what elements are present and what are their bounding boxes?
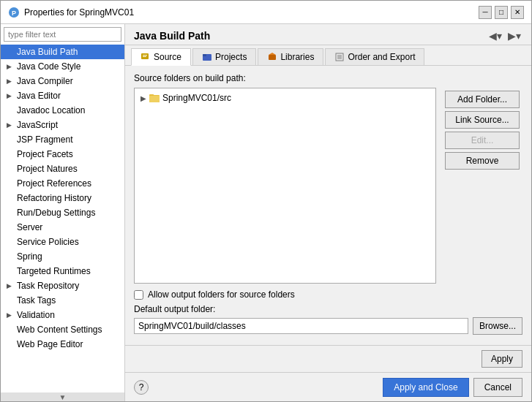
help-button[interactable]: ? (134, 380, 149, 395)
sidebar-item-refactoring-history[interactable]: Refactoring History (1, 191, 124, 205)
tab-order-label: Order and Export (348, 52, 415, 62)
sidebar-item-web-page-editor[interactable]: Web Page Editor (1, 337, 124, 352)
sidebar-item-label: Refactoring History (17, 193, 91, 203)
bottom-right: Apply and Close Cancel (383, 378, 522, 397)
sidebar-item-validation[interactable]: ▶ Validation (1, 308, 124, 322)
sidebar-item-run-debug-settings[interactable]: Run/Debug Settings (1, 205, 124, 220)
arrow-icon: ▶ (7, 63, 14, 70)
sidebar-item-label: Project Facets (17, 149, 73, 159)
sidebar-item-label: Web Content Settings (17, 325, 102, 335)
source-tab-icon (141, 52, 151, 62)
browse-button[interactable]: Browse... (473, 317, 522, 335)
sidebar-item-label: Java Build Path (17, 47, 78, 57)
sidebar-item-label: Run/Debug Settings (17, 208, 95, 218)
sidebar-item-label: Javadoc Location (17, 105, 85, 115)
sidebar-item-java-editor[interactable]: ▶ Java Editor (1, 88, 124, 103)
allow-output-folders-label: Allow output folders for source folders (148, 289, 295, 300)
sidebar-item-java-compiler[interactable]: ▶ Java Compiler (1, 74, 124, 88)
back-button[interactable]: ◀▾ (487, 30, 503, 42)
sidebar-item-label: JavaScript (17, 120, 58, 130)
sidebar-item-task-tags[interactable]: Task Tags (1, 293, 124, 308)
allow-output-folders-checkbox[interactable] (134, 290, 143, 300)
sidebar-item-label: Task Repository (17, 281, 79, 291)
tabs-bar: Source Projects (125, 45, 531, 66)
sidebar-item-project-facets[interactable]: Project Facets (1, 147, 124, 162)
bottom-left: ? (134, 380, 149, 395)
apply-button[interactable]: Apply (482, 350, 522, 368)
arrow-icon: ▶ (7, 121, 14, 129)
properties-window: P Properties for SpringMVC01 ─ □ ✕ Java … (0, 0, 532, 402)
minimize-button[interactable]: ─ (479, 6, 492, 19)
arrow-icon: ▶ (7, 92, 14, 99)
output-folders-checkbox-row: Allow output folders for source folders (134, 289, 522, 300)
sidebar-item-javascript[interactable]: ▶ JavaScript (1, 118, 124, 132)
svg-rect-6 (203, 54, 206, 56)
sidebar-item-label: Java Editor (17, 91, 61, 101)
sidebar-item-label: Web Page Editor (17, 339, 83, 349)
sidebar-item-task-repository[interactable]: ▶ Task Repository (1, 278, 124, 293)
forward-button[interactable]: ▶▾ (506, 30, 522, 42)
content-area: Source folders on build path: ▶ (125, 66, 531, 345)
filter-input[interactable] (4, 27, 121, 42)
sidebar-item-jsp-fragment[interactable]: JSP Fragment (1, 132, 124, 147)
add-folder-button[interactable]: Add Folder... (445, 91, 520, 108)
sidebar-item-java-build-path[interactable]: Java Build Path (1, 45, 124, 59)
folder-icon (149, 93, 160, 103)
maximize-button[interactable]: □ (495, 6, 508, 19)
arrow-icon: ▶ (7, 311, 14, 319)
apply-close-button[interactable]: Apply and Close (383, 378, 468, 397)
bottom-section: Allow output folders for source folders … (134, 284, 522, 338)
tab-projects-label: Projects (215, 52, 247, 62)
svg-rect-4 (143, 56, 146, 57)
window-controls: ─ □ ✕ (479, 6, 524, 19)
sidebar-item-project-natures[interactable]: Project Natures (1, 162, 124, 176)
remove-button[interactable]: Remove (445, 152, 520, 170)
tree-expand-arrow: ▶ (141, 94, 146, 102)
sidebar-item-label: Java Code Style (17, 61, 80, 72)
sidebar-item-project-references[interactable]: Project References (1, 176, 124, 191)
sidebar-item-web-content-settings[interactable]: Web Content Settings (1, 322, 124, 337)
sidebar-item-spring[interactable]: Spring (1, 249, 124, 264)
source-folders-label: Source folders on build path: (134, 73, 522, 83)
link-source-button[interactable]: Link Source... (445, 111, 520, 129)
output-folder-input[interactable] (134, 318, 468, 334)
svg-rect-3 (143, 55, 147, 56)
sidebar-item-label: Spring (17, 251, 42, 262)
tab-libraries-label: Libraries (280, 52, 314, 62)
sidebar-item-label: Task Tags (17, 295, 56, 306)
tab-projects[interactable]: Projects (192, 48, 256, 65)
source-tree: ▶ SpringMVC01/src (135, 88, 435, 283)
libraries-tab-icon (267, 52, 277, 62)
sidebar-item-java-code-style[interactable]: ▶ Java Code Style (1, 59, 124, 74)
main-content: Java Build Path ▶ Java Code Style ▶ Java… (1, 24, 531, 401)
source-tree-area: ▶ SpringMVC01/src (134, 88, 522, 284)
panel-header: Java Build Path ◀▾ ▶▾ (125, 24, 531, 45)
close-button[interactable]: ✕ (511, 6, 524, 19)
sidebar-item-label: Server (17, 222, 42, 232)
tab-libraries[interactable]: Libraries (258, 48, 323, 65)
sidebar-item-service-policies[interactable]: Service Policies (1, 235, 124, 249)
nav-arrows: ◀▾ ▶▾ (487, 30, 522, 42)
tab-order-export[interactable]: Order and Export (325, 48, 424, 65)
bottom-bar: ? Apply and Close Cancel (125, 372, 531, 401)
source-tree-container: ▶ SpringMVC01/src (134, 88, 436, 284)
tab-source-label: Source (154, 52, 181, 62)
sidebar-item-server[interactable]: Server (1, 220, 124, 235)
tab-source[interactable]: Source (131, 48, 191, 66)
sidebar-item-targeted-runtimes[interactable]: Targeted Runtimes (1, 264, 124, 278)
tree-item-springmvc01-src[interactable]: ▶ SpringMVC01/src (138, 91, 432, 105)
output-folder-label: Default output folder: (134, 304, 215, 314)
scroll-indicator: ▼ (1, 392, 124, 401)
edit-button[interactable]: Edit... (445, 132, 520, 149)
order-tab-icon (334, 52, 345, 62)
cancel-button[interactable]: Cancel (473, 378, 522, 397)
window-title: Properties for SpringMVC01 (24, 7, 134, 18)
sidebar-item-label: Project Natures (17, 164, 78, 174)
svg-text:P: P (12, 10, 16, 17)
sidebar: Java Build Path ▶ Java Code Style ▶ Java… (1, 24, 125, 401)
sidebar-item-javadoc-location[interactable]: Javadoc Location (1, 103, 124, 118)
svg-rect-7 (269, 55, 276, 60)
tree-item-label: SpringMVC01/src (162, 93, 231, 103)
sidebar-item-label: JSP Fragment (17, 134, 72, 145)
projects-tab-icon (202, 52, 212, 62)
